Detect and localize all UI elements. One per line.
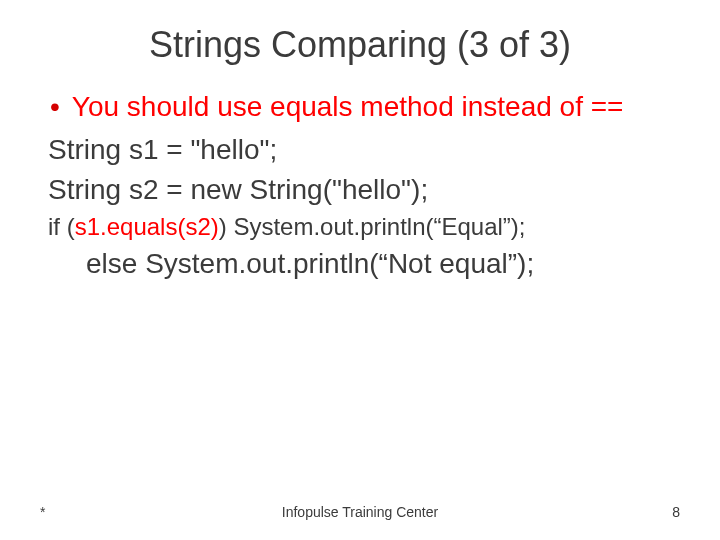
slide: Strings Comparing (3 of 3) • You should … [0, 0, 720, 540]
footer-center: Infopulse Training Center [0, 504, 720, 520]
slide-title: Strings Comparing (3 of 3) [0, 0, 720, 90]
bullet-icon: • [50, 90, 60, 124]
slide-footer: Infopulse Training Center * 8 [0, 504, 720, 520]
code-line-2: String s2 = new String("hello"); [48, 170, 680, 210]
code-line-3-prefix: if ( [48, 213, 75, 240]
slide-content: • You should use equals method instead o… [0, 90, 720, 284]
code-line-3-highlight: s1.equals(s2) [75, 213, 219, 240]
code-line-1: String s1 = "hello"; [48, 130, 680, 170]
bullet-item: • You should use equals method instead o… [48, 90, 680, 124]
footer-page-number: 8 [672, 504, 680, 520]
footer-date-placeholder: * [40, 504, 45, 520]
bullet-text: You should use equals method instead of … [72, 90, 624, 124]
code-line-4: else System.out.println(“Not equal”); [48, 244, 680, 284]
code-line-3-suffix: ) System.out.println(“Equal”); [219, 213, 526, 240]
code-line-3: if (s1.equals(s2)) System.out.println(“E… [48, 210, 680, 244]
